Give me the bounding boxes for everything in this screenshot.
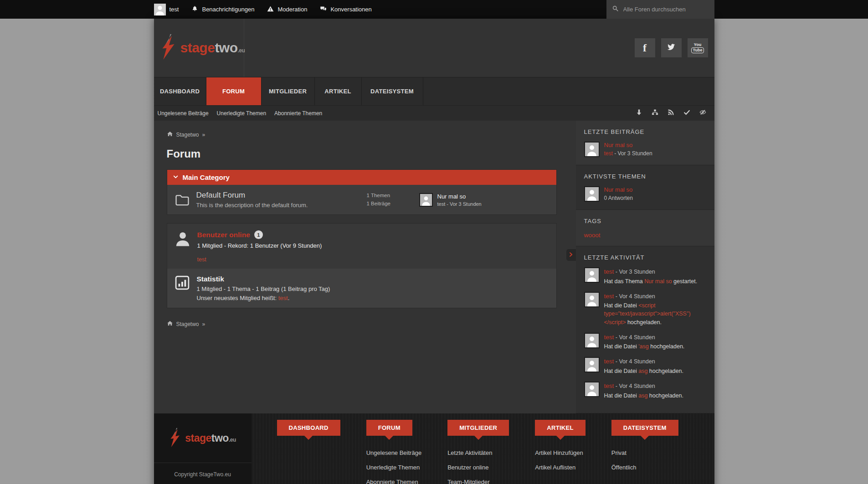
footer-link[interactable]: Privat	[611, 449, 678, 456]
avatar[interactable]	[584, 357, 600, 372]
subnav-unread-posts[interactable]: Ungelesene Beiträge	[158, 110, 209, 117]
activity-object-link[interactable]: asg	[638, 368, 647, 374]
user-menu-item[interactable]: test	[154, 4, 179, 15]
forum-last-post: Nur mal so test - Vor 3 Stunden	[419, 193, 549, 207]
footer-col-forum: FORUM Ungelesene Beiträge Unerledigte Th…	[366, 420, 421, 484]
statistics-line2: Unser neuestes Mitglied heißt: test.	[197, 295, 330, 301]
jump-down-icon[interactable]	[636, 109, 642, 117]
last-post-avatar[interactable]	[419, 193, 433, 207]
footer-link[interactable]: Artikel Auflisten	[535, 464, 585, 471]
subnav-unresolved-topics[interactable]: Unerledigte Themen	[217, 110, 267, 117]
avatar[interactable]	[584, 186, 600, 202]
latest-post-link[interactable]: Nur mal so	[604, 142, 652, 148]
activity-time: Vor 3 Stunden	[619, 269, 655, 275]
facebook-button[interactable]: f	[635, 38, 655, 57]
statistics-title: Statistik	[197, 275, 330, 283]
footer-columns: DASHBOARD FORUM Ungelesene Beiträge Uner…	[252, 413, 714, 484]
twitter-button[interactable]	[661, 38, 682, 57]
tab-forum[interactable]: FORUM	[206, 77, 262, 105]
activity-suffix: hochgeladen.	[626, 319, 662, 326]
avatar[interactable]	[584, 142, 600, 157]
logo-two: two	[215, 40, 237, 55]
search-input[interactable]	[622, 5, 709, 13]
conversations-menu-item[interactable]: Konversationen	[320, 5, 371, 14]
sitemap-icon[interactable]	[652, 109, 658, 117]
sub-navigation: Ungelesene Beiträge Unerledigte Themen A…	[154, 105, 714, 121]
users-online-title-link[interactable]: Benutzer online	[197, 231, 250, 239]
conversations-label: Konversationen	[330, 6, 371, 13]
forum-info: Default Forum This is the description of…	[196, 191, 367, 209]
category-header[interactable]: Main Category	[167, 170, 556, 185]
activity-user-link[interactable]: test	[604, 358, 614, 365]
breadcrumb-home-link[interactable]: Stagetwo	[176, 321, 199, 327]
tag-link[interactable]: wooot	[584, 232, 601, 239]
footer-dashboard-button[interactable]: DASHBOARD	[277, 420, 340, 436]
check-icon[interactable]	[683, 109, 690, 117]
footer-forum-button[interactable]: FORUM	[366, 420, 412, 436]
activity-object-link[interactable]: 'asg	[638, 343, 649, 350]
moderation-menu-item[interactable]: Moderation	[267, 5, 307, 14]
breadcrumb-home-link[interactable]: Stagetwo	[176, 132, 199, 138]
stats-newest-prefix: Unser neuestes Mitglied heißt:	[197, 295, 278, 301]
breadcrumb-separator: »	[202, 321, 205, 327]
youtube-button[interactable]: YouTube	[688, 38, 708, 57]
activity-user-link[interactable]: test	[604, 382, 614, 389]
tab-artikel[interactable]: ARTIKEL	[315, 77, 362, 105]
chevron-down-icon	[173, 173, 179, 181]
sidebar-collapse-button[interactable]	[566, 249, 576, 261]
avatar[interactable]	[584, 382, 600, 397]
eye-slash-icon[interactable]	[699, 109, 706, 117]
activity-time-sep: -	[614, 293, 619, 300]
footer-link[interactable]: Unerledigte Themen	[366, 464, 421, 471]
active-topic-replies: 0 Antworten	[604, 195, 633, 201]
last-post-user-link[interactable]: test	[437, 201, 446, 207]
activity-object-link[interactable]: Nur mal so	[644, 278, 672, 285]
avatar[interactable]	[584, 292, 600, 307]
tab-dateisystem[interactable]: DATEISYSTEM	[362, 77, 423, 105]
home-icon[interactable]	[167, 320, 173, 328]
footer-logo[interactable]: stagetwo.eu	[169, 427, 236, 450]
footer-link[interactable]: Abonnierte Themen	[366, 479, 421, 484]
activity-user-link[interactable]: test	[604, 334, 614, 341]
footer-link[interactable]: Ungelesene Beiträge	[366, 449, 421, 456]
footer-link[interactable]: Öffentlich	[611, 464, 678, 471]
activity-user-link[interactable]: test	[604, 268, 614, 275]
logo-tld: .eu	[229, 437, 236, 443]
logo-panel: stagetwo.eu	[154, 19, 244, 77]
footer-dateisystem-button[interactable]: DATEISYSTEM	[611, 420, 678, 436]
last-post-meta: test - Vor 3 Stunden	[437, 201, 482, 207]
content-column: Stagetwo » Forum Main Category Default F…	[154, 121, 576, 413]
subnav-subscribed-topics[interactable]: Abonnierte Themen	[274, 110, 322, 117]
notifications-label: Benachrichtigungen	[202, 6, 254, 13]
activity-object-link[interactable]: asg	[638, 392, 647, 399]
notifications-menu-item[interactable]: Benachrichtigungen	[191, 5, 254, 14]
active-topic-link[interactable]: Nur mal so	[604, 186, 633, 193]
latest-post-user-link[interactable]: test	[604, 150, 613, 157]
footer-link[interactable]: Benutzer online	[447, 464, 509, 471]
newest-member-link[interactable]: test	[278, 295, 288, 301]
warning-icon	[267, 5, 274, 14]
footer-link[interactable]: Team-Mitglieder	[447, 479, 509, 484]
tab-mitglieder[interactable]: MITGLIEDER	[262, 77, 315, 105]
statistics-line1: 1 Mitglied - 1 Thema - 1 Beitrag (1 Beit…	[197, 285, 330, 292]
facebook-icon: f	[643, 42, 647, 54]
footer-link[interactable]: Artikel Hinzufügen	[535, 449, 585, 456]
tab-dashboard[interactable]: DASHBOARD	[154, 77, 206, 105]
online-user-link[interactable]: test	[197, 256, 206, 263]
rss-icon[interactable]	[668, 109, 674, 117]
home-icon[interactable]	[167, 131, 173, 138]
footer-artikel-button[interactable]: ARTIKEL	[535, 420, 585, 436]
avatar[interactable]	[584, 267, 600, 283]
activity-user-link[interactable]: test	[604, 293, 614, 300]
footer-link[interactable]: Letzte Aktivitäten	[447, 449, 509, 456]
user-avatar	[154, 4, 166, 15]
last-post-title-link[interactable]: Nur mal so	[437, 193, 482, 200]
breadcrumb-bottom: Stagetwo »	[167, 320, 557, 328]
forum-name-link[interactable]: Default Forum	[196, 191, 367, 200]
logo-stage: stage	[180, 40, 215, 55]
folder-icon	[175, 192, 190, 208]
category-box: Main Category Default Forum This is the …	[167, 169, 557, 215]
footer-mitglieder-button[interactable]: MITGLIEDER	[447, 420, 509, 436]
site-logo[interactable]: stagetwo.eu	[160, 33, 245, 62]
avatar[interactable]	[584, 333, 600, 348]
